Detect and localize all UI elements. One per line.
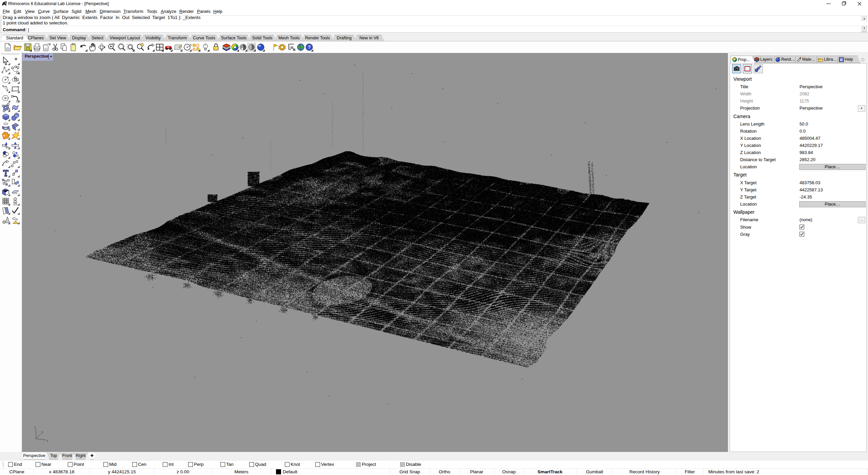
- svg-text:?: ?: [308, 44, 311, 50]
- svg-text:?: ?: [841, 58, 842, 61]
- svg-text:6: 6: [5, 2, 6, 4]
